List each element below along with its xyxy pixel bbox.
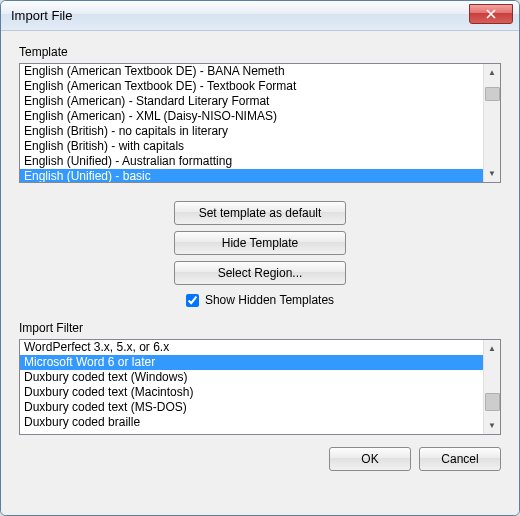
import-filter-label: Import Filter: [19, 321, 501, 335]
close-icon: [486, 9, 496, 19]
show-hidden-label: Show Hidden Templates: [205, 293, 334, 307]
window-title: Import File: [11, 8, 469, 23]
list-item[interactable]: Duxbury coded text (Windows): [20, 370, 483, 385]
list-item[interactable]: English (Unified) - basic: [20, 169, 483, 182]
set-template-default-button[interactable]: Set template as default: [174, 201, 346, 225]
dialog-body: Template English (American Textbook DE) …: [1, 31, 519, 515]
list-item[interactable]: Duxbury coded text (Macintosh): [20, 385, 483, 400]
list-item[interactable]: Duxbury coded braille: [20, 415, 483, 430]
list-item[interactable]: Duxbury coded text (MS-DOS): [20, 400, 483, 415]
scrollbar[interactable]: ▲ ▼: [483, 340, 500, 434]
hide-template-button[interactable]: Hide Template: [174, 231, 346, 255]
scroll-up-icon[interactable]: ▲: [484, 64, 501, 81]
show-hidden-input[interactable]: [186, 294, 199, 307]
ok-button[interactable]: OK: [329, 447, 411, 471]
list-item[interactable]: English (Unified) - Australian formattin…: [20, 154, 483, 169]
dialog-footer: OK Cancel: [19, 447, 501, 471]
scrollbar[interactable]: ▲ ▼: [483, 64, 500, 182]
template-controls: Set template as default Hide Template Se…: [19, 201, 501, 307]
list-item[interactable]: WordPerfect 3.x, 5.x, or 6.x: [20, 340, 483, 355]
cancel-button[interactable]: Cancel: [419, 447, 501, 471]
import-filter-listbox[interactable]: WordPerfect 3.x, 5.x, or 6.xMicrosoft Wo…: [19, 339, 501, 435]
list-item[interactable]: English (American) - Standard Literary F…: [20, 94, 483, 109]
list-item[interactable]: English (American Textbook DE) - BANA Ne…: [20, 64, 483, 79]
list-item[interactable]: Microsoft Word 6 or later: [20, 355, 483, 370]
show-hidden-templates-checkbox[interactable]: Show Hidden Templates: [186, 293, 334, 307]
list-item[interactable]: English (American) - XML (Daisy-NISO-NIM…: [20, 109, 483, 124]
scroll-down-icon[interactable]: ▼: [484, 165, 501, 182]
scroll-up-icon[interactable]: ▲: [484, 340, 501, 357]
select-region-button[interactable]: Select Region...: [174, 261, 346, 285]
titlebar: Import File: [1, 1, 519, 31]
list-item[interactable]: English (British) - with capitals: [20, 139, 483, 154]
list-item[interactable]: English (American Textbook DE) - Textboo…: [20, 79, 483, 94]
scroll-thumb[interactable]: [485, 87, 500, 101]
list-item[interactable]: English (British) - no capitals in liter…: [20, 124, 483, 139]
close-button[interactable]: [469, 4, 513, 24]
template-label: Template: [19, 45, 501, 59]
scroll-down-icon[interactable]: ▼: [484, 417, 501, 434]
template-listbox[interactable]: English (American Textbook DE) - BANA Ne…: [19, 63, 501, 183]
scroll-thumb[interactable]: [485, 393, 500, 411]
dialog-window: Import File Template English (American T…: [0, 0, 520, 516]
